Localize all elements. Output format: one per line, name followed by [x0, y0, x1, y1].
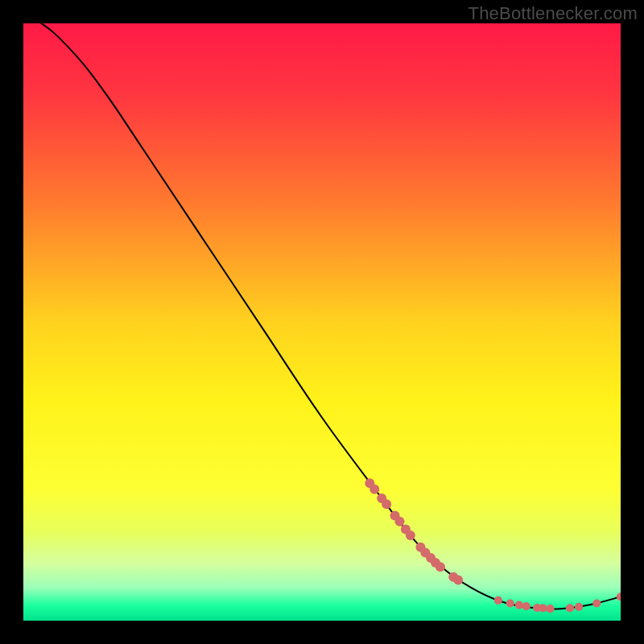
- curve-marker: [566, 604, 574, 612]
- chart-svg: [23, 23, 621, 621]
- curve-marker: [506, 599, 514, 607]
- curve-marker: [436, 562, 445, 572]
- plot-area: [23, 23, 621, 621]
- curve-marker: [453, 576, 463, 585]
- curve-marker: [406, 530, 415, 540]
- curve-marker: [546, 605, 554, 613]
- curve-marker: [382, 499, 391, 509]
- curve-marker: [522, 602, 530, 610]
- curve-marker: [592, 599, 601, 607]
- curve-marker: [394, 517, 404, 526]
- curve-marker: [494, 597, 502, 605]
- curve-marker: [539, 604, 547, 612]
- curve-marker: [575, 603, 583, 611]
- curve-marker: [515, 601, 523, 609]
- gradient-background: [23, 23, 621, 621]
- curve-marker: [369, 485, 379, 494]
- watermark-text: TheBottlenecker.com: [469, 3, 638, 24]
- chart-frame: TheBottlenecker.com: [0, 0, 644, 644]
